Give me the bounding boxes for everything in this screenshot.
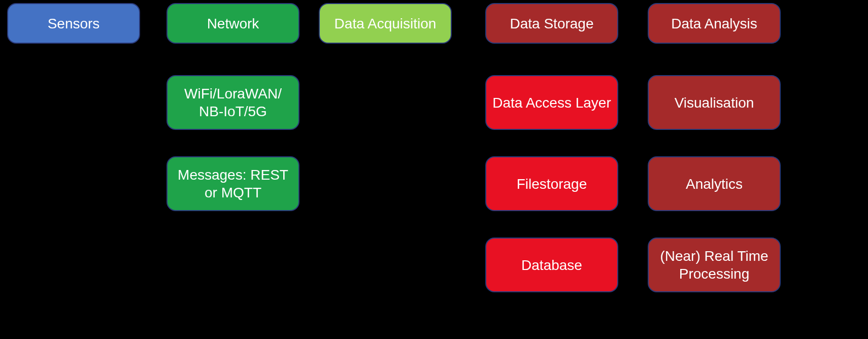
data-storage-header: Data Storage	[485, 3, 618, 44]
data-analysis-header: Data Analysis	[648, 3, 781, 44]
network-messages-box: Messages: REST or MQTT	[166, 156, 299, 211]
database-box: Database	[485, 238, 618, 292]
filestorage-box: Filestorage	[485, 156, 618, 211]
visualisation-box: Visualisation	[648, 75, 781, 130]
realtime-processing-box: (Near) Real Time Processing	[648, 238, 781, 292]
network-header: Network	[166, 3, 299, 44]
sensors-header: Sensors	[7, 3, 140, 44]
data-access-layer-box: Data Access Layer	[485, 75, 618, 130]
analytics-box: Analytics	[648, 156, 781, 211]
network-tech-box: WiFi/LoraWAN/ NB-IoT/5G	[166, 75, 299, 130]
data-acquisition-header: Data Acquisition	[319, 3, 452, 44]
